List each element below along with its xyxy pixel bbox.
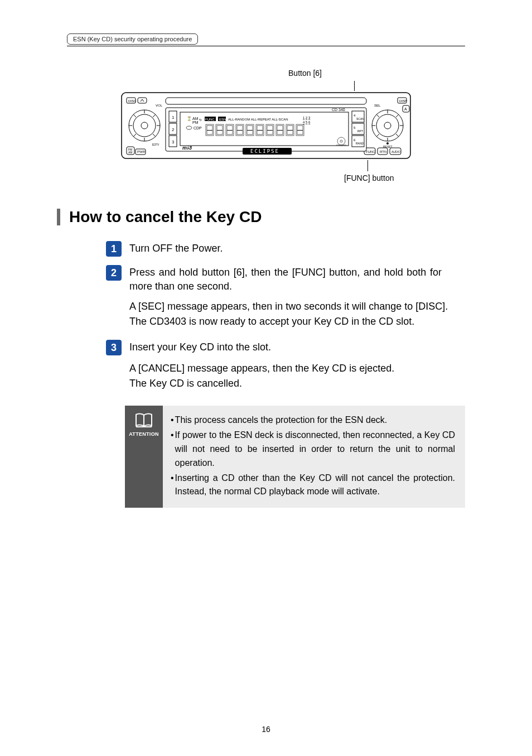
svg-rect-106 (287, 130, 293, 131)
header-rule: ESN (Key CD) security operating procedur… (67, 33, 465, 46)
callout-line-bottom (367, 160, 368, 171)
callout-func-button: [FUNC] button (344, 174, 411, 182)
svg-text:CD 340: CD 340 (332, 108, 345, 112)
breadcrumb: ESN (Key CD) security operating procedur… (67, 33, 198, 45)
svg-rect-99 (217, 130, 223, 131)
heading-accent-bar (57, 209, 60, 225)
svg-point-34 (386, 142, 389, 145)
svg-text:3: 3 (172, 139, 175, 145)
svg-text:ESN: ESN (219, 118, 226, 121)
svg-text:RAND: RAND (356, 142, 364, 145)
svg-text:A: A (404, 107, 407, 111)
svg-text:RPT: RPT (357, 129, 363, 133)
callout-button-6: Button [6] (272, 69, 338, 78)
svg-text:ALL-RANDOM ALL-REPEAT ALL-SCAN: ALL-RANDOM ALL-REPEAT ALL-SCAN (228, 118, 288, 121)
svg-text:DISP: DISP (399, 99, 407, 103)
svg-text:4 5 6: 4 5 6 (303, 121, 311, 124)
svg-text:↻: ↻ (199, 118, 202, 122)
svg-text:PWR: PWR (137, 150, 146, 153)
svg-text:SCAN: SCAN (356, 117, 364, 121)
callout-line-top (354, 81, 355, 91)
attention-content: •This process cancels the protection for… (163, 406, 465, 508)
svg-text:AM: AM (192, 117, 199, 121)
attention-badge: ATTENTION (125, 406, 163, 508)
step-2-title: Press and hold button [6], then the [FUN… (129, 264, 442, 293)
step-number-3: 3 (106, 340, 122, 355)
svg-text:FUNC: FUNC (366, 150, 375, 153)
book-icon (134, 412, 154, 429)
svg-rect-105 (277, 130, 283, 131)
svg-text:CDP: CDP (194, 126, 202, 130)
svg-rect-103 (257, 130, 263, 131)
svg-rect-46 (166, 98, 366, 104)
svg-text:ECLIPSE: ECLIPSE (250, 148, 279, 154)
car-stereo-illustration: VOL DISC FM AM PWR E37V (121, 92, 411, 159)
svg-rect-15 (138, 98, 147, 103)
attention-bullet-2: If power to the ESN deck is disconnected… (175, 428, 455, 470)
svg-text:1: 1 (172, 115, 175, 120)
step-3-row: 3 Insert your Key CD into the slot. (106, 339, 465, 355)
svg-text:FUNC: FUNC (205, 118, 215, 121)
svg-rect-107 (297, 130, 303, 131)
svg-text:m♭3: m♭3 (182, 145, 192, 151)
attention-bullet-1: This process cancels the protection for … (175, 413, 388, 427)
svg-text:DISC: DISC (128, 99, 137, 103)
step-1-row: 1 Turn OFF the Power. (106, 240, 465, 257)
step-number-1: 1 (106, 241, 122, 257)
svg-text:1 2 3: 1 2 3 (303, 116, 311, 119)
svg-text:E37V: E37V (152, 143, 159, 146)
attention-label: ATTENTION (129, 431, 159, 437)
svg-rect-101 (237, 130, 243, 131)
svg-text:⏳: ⏳ (187, 116, 192, 121)
svg-text:2: 2 (172, 127, 175, 132)
device-diagram: Button [6] VOL DISC (121, 69, 411, 182)
svg-text:SEL: SEL (374, 104, 381, 107)
section-heading-row: How to cancel the Key CD (57, 208, 465, 226)
attention-block: ATTENTION •This process cancels the prot… (125, 406, 465, 508)
attention-bullet-3: Inserting a CD other than the Key CD wil… (175, 471, 455, 499)
svg-text:PM: PM (192, 121, 199, 124)
step-3-title: Insert your Key CD into the slot. (129, 339, 271, 354)
page-number: 16 (0, 725, 532, 734)
step-2-row: 2 Press and hold button [6], then the [F… (106, 264, 465, 293)
svg-rect-102 (247, 130, 253, 131)
svg-rect-104 (267, 130, 273, 131)
svg-rect-100 (227, 130, 233, 131)
step-1-title: Turn OFF the Power. (129, 240, 223, 256)
step-2-desc: A [SEC] message appears, then in two sec… (129, 299, 465, 329)
svg-text:AUDIO: AUDIO (391, 150, 400, 153)
svg-text:AM: AM (128, 151, 133, 154)
svg-text:VOL: VOL (156, 104, 163, 107)
step-number-2: 2 (106, 265, 122, 281)
section-title: How to cancel the Key CD (69, 208, 262, 226)
svg-rect-98 (207, 130, 212, 131)
svg-text:RTN: RTN (380, 150, 386, 153)
step-3-desc: A [CANCEL] message appears, then the Key… (129, 361, 465, 391)
